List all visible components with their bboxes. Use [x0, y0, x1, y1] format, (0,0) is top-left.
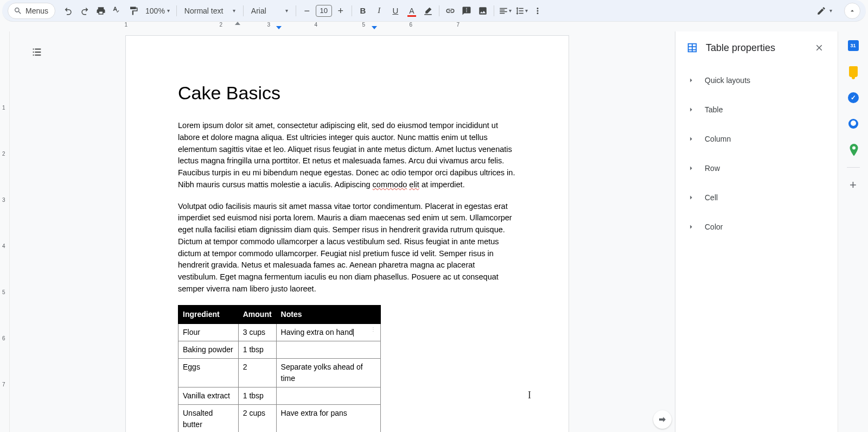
- add-addon-button[interactable]: +: [843, 174, 864, 196]
- right-indent-marker[interactable]: [372, 26, 377, 29]
- table-cell[interactable]: 2 cups: [238, 404, 276, 432]
- panel-section-label: Row: [705, 164, 720, 173]
- font-value: Arial: [251, 7, 266, 15]
- underline-button[interactable]: U: [388, 3, 403, 18]
- pencil-icon: [816, 6, 826, 16]
- table-cell[interactable]: [276, 341, 381, 358]
- vertical-ruler[interactable]: 1 2 3 4 5 6 7: [0, 31, 10, 432]
- table-cell[interactable]: Have extra for pans: [276, 404, 381, 432]
- insert-image-button[interactable]: [475, 3, 490, 18]
- document-title[interactable]: Cake Basics: [178, 79, 516, 107]
- table-cell[interactable]: 1 tbsp: [238, 341, 276, 358]
- table-icon: [686, 42, 698, 54]
- panel-section-cell[interactable]: Cell: [675, 182, 838, 212]
- table-header-row[interactable]: Ingredient Amount Notes: [178, 305, 381, 323]
- table-cell[interactable]: 1 tbsp: [238, 387, 276, 404]
- first-line-indent[interactable]: [235, 22, 240, 25]
- align-button[interactable]: ▾: [497, 3, 513, 18]
- insert-comment-button[interactable]: [459, 3, 474, 18]
- table-cell[interactable]: 3 cups: [238, 323, 276, 341]
- show-outline-button[interactable]: [27, 42, 47, 62]
- table-cell[interactable]: Separate yolks ahead of time: [276, 358, 381, 387]
- keep-icon: [849, 66, 858, 77]
- panel-section-column[interactable]: Column: [675, 124, 838, 153]
- text-color-button[interactable]: A: [404, 3, 419, 18]
- italic-button[interactable]: I: [372, 3, 387, 18]
- close-panel-button[interactable]: [812, 40, 827, 55]
- panel-section-color[interactable]: Color: [675, 212, 838, 241]
- table-row[interactable]: Unsalted butter2 cupsHave extra for pans: [178, 404, 381, 432]
- panel-section-label: Cell: [705, 193, 718, 202]
- table-cell[interactable]: Flour: [178, 323, 239, 341]
- paragraph[interactable]: Lorem ipsum dolor sit amet, consectetur …: [178, 120, 516, 191]
- calendar-day: 31: [850, 43, 856, 48]
- panel-section-quick-layouts[interactable]: Quick layouts: [675, 65, 838, 94]
- table-cell[interactable]: [276, 387, 381, 404]
- highlight-button[interactable]: [420, 3, 436, 18]
- spellcheck-button[interactable]: [110, 3, 125, 18]
- table-cell[interactable]: 2: [238, 358, 276, 387]
- contacts-app-button[interactable]: [843, 113, 864, 135]
- table-cell[interactable]: Having extra on hand⋮: [276, 323, 381, 341]
- panel-section-row[interactable]: Row: [675, 153, 838, 182]
- undo-button[interactable]: [61, 3, 76, 18]
- more-button[interactable]: [530, 3, 545, 18]
- cell-options-handle[interactable]: ⋮: [371, 327, 376, 332]
- table-cell[interactable]: Unsalted butter: [178, 404, 239, 432]
- insert-link-button[interactable]: [443, 3, 458, 18]
- separator: [243, 5, 244, 16]
- explore-button[interactable]: [653, 410, 672, 429]
- font-size-increase-button[interactable]: +: [333, 3, 348, 18]
- table-cell[interactable]: Baking powder: [178, 341, 239, 358]
- chevron-down-icon: ▾: [167, 8, 170, 14]
- text-cursor-icon: I: [528, 390, 531, 401]
- table-row[interactable]: Flour3 cupsHaving extra on hand⋮: [178, 323, 381, 341]
- table-cell[interactable]: Eggs: [178, 358, 239, 387]
- maps-app-button[interactable]: [843, 139, 864, 161]
- chevron-right-icon: [686, 77, 696, 84]
- paragraph[interactable]: Volutpat odio facilisis mauris sit amet …: [178, 201, 516, 295]
- table-header-cell[interactable]: Notes: [276, 305, 381, 323]
- zoom-select[interactable]: 100% ▾: [142, 3, 173, 18]
- print-button[interactable]: [93, 3, 108, 18]
- ruler-tick: [505, 22, 505, 27]
- misspelled-word[interactable]: elit: [409, 180, 419, 189]
- document-canvas[interactable]: Cake Basics Lorem ipsum dolor sit amet, …: [10, 31, 675, 432]
- font-size-input[interactable]: 10: [316, 5, 332, 17]
- tasks-app-button[interactable]: ✓: [843, 87, 864, 109]
- left-indent-marker[interactable]: [276, 26, 282, 29]
- style-value: Normal text: [184, 7, 224, 15]
- hide-menus-button[interactable]: [844, 3, 860, 19]
- chevron-right-icon: [686, 135, 696, 143]
- ruler-tick: 4: [315, 22, 315, 27]
- format-paint-button[interactable]: [126, 3, 141, 18]
- horizontal-ruler[interactable]: 1 2 3 4 5 6 7: [0, 22, 868, 31]
- paragraph-style-select[interactable]: Normal text ▾: [180, 3, 240, 18]
- ingredients-table[interactable]: Ingredient Amount Notes Flour3 cupsHavin…: [178, 305, 381, 433]
- font-size-decrease-button[interactable]: −: [299, 3, 315, 18]
- panel-title: Table properties: [706, 42, 804, 54]
- document-page[interactable]: Cake Basics Lorem ipsum dolor sit amet, …: [126, 36, 569, 432]
- chevron-down-icon: ▾: [285, 8, 288, 14]
- bold-button[interactable]: B: [355, 3, 371, 18]
- misspelled-word[interactable]: commodo: [373, 180, 407, 189]
- separator: [494, 5, 494, 16]
- font-select[interactable]: Arial ▾: [247, 3, 292, 18]
- side-quickbar: 31 ✓ +: [838, 31, 868, 432]
- table-row[interactable]: Baking powder1 tbsp: [178, 341, 381, 358]
- menus-search[interactable]: Menus: [8, 3, 55, 19]
- mode-switch[interactable]: ▾: [812, 3, 837, 19]
- calendar-app-button[interactable]: 31: [843, 35, 864, 56]
- table-row[interactable]: Vanilla extract1 tbsp: [178, 387, 381, 404]
- table-row[interactable]: Eggs2Separate yolks ahead of time: [178, 358, 381, 387]
- table-header-cell[interactable]: Amount: [238, 305, 276, 323]
- redo-button[interactable]: [77, 3, 92, 18]
- panel-section-table[interactable]: Table: [675, 94, 838, 124]
- table-cell[interactable]: Vanilla extract: [178, 387, 239, 404]
- separator: [847, 167, 860, 168]
- keep-app-button[interactable]: [843, 61, 864, 82]
- table-header-cell[interactable]: Ingredient: [178, 305, 239, 323]
- line-spacing-button[interactable]: ▾: [514, 3, 529, 18]
- zoom-value: 100%: [145, 7, 165, 15]
- chevron-right-icon: [686, 194, 696, 201]
